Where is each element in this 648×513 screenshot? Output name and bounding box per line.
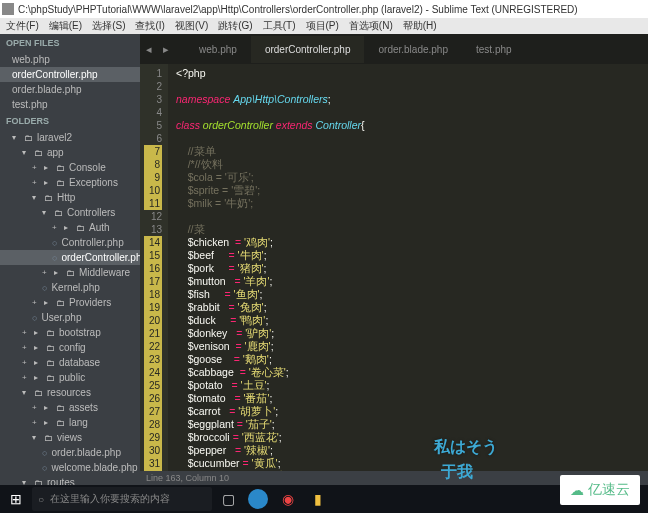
editor-tab[interactable]: web.php [185, 36, 251, 63]
editor-tab[interactable]: orderController.php [251, 36, 365, 63]
tree-folder[interactable]: +▸🗀public [0, 370, 140, 385]
menu-item[interactable]: 项目(P) [302, 19, 343, 33]
editor-tab[interactable]: order.blade.php [364, 36, 462, 63]
tree-file[interactable]: ○User.php [0, 310, 140, 325]
open-file-item[interactable]: orderController.php [0, 67, 140, 82]
tree-folder[interactable]: +▸🗀config [0, 340, 140, 355]
app-icon [2, 3, 14, 15]
tree-folder[interactable]: +▸🗀Providers [0, 295, 140, 310]
menu-item[interactable]: 编辑(E) [45, 19, 86, 33]
search-icon: ○ [38, 494, 44, 505]
tree-folder[interactable]: ▾🗀Http [0, 190, 140, 205]
menu-item[interactable]: 文件(F) [2, 19, 43, 33]
brand-logo: ☁ 亿速云 [560, 475, 640, 505]
task-view-icon[interactable]: ▢ [214, 485, 242, 513]
tree-folder[interactable]: +▸🗀Auth [0, 220, 140, 235]
menu-bar[interactable]: 文件(F)编辑(E)选择(S)查找(I)视图(V)跳转(G)工具(T)项目(P)… [0, 18, 648, 34]
watermark-text-2: 于我 [441, 462, 473, 483]
tree-folder[interactable]: +▸🗀lang [0, 415, 140, 430]
tree-folder[interactable]: ▾🗀app [0, 145, 140, 160]
tree-folder[interactable]: +▸🗀assets [0, 400, 140, 415]
tree-folder[interactable]: +▸🗀Exceptions [0, 175, 140, 190]
open-file-item[interactable]: web.php [0, 52, 140, 67]
tree-folder[interactable]: +▸🗀Console [0, 160, 140, 175]
tree-folder[interactable]: +▸🗀bootstrap [0, 325, 140, 340]
tree-folder[interactable]: ▾🗀routes [0, 475, 140, 485]
start-icon[interactable]: ⊞ [2, 485, 30, 513]
chrome-icon[interactable]: ◉ [274, 485, 302, 513]
menu-item[interactable]: 查找(I) [131, 19, 168, 33]
cloud-icon: ☁ [570, 482, 584, 498]
sidebar: OPEN FILES web.phporderController.phpord… [0, 34, 140, 485]
code-area[interactable]: 1234567891011121314151617181920212223242… [140, 64, 648, 471]
tree-file[interactable]: ○orderController.php [0, 250, 140, 265]
search-placeholder: 在这里输入你要搜索的内容 [50, 492, 170, 506]
tree-folder[interactable]: ▾🗀views [0, 430, 140, 445]
tree-file[interactable]: ○welcome.blade.php [0, 460, 140, 475]
title-bar: C:\phpStudy\PHPTutorial\WWW\laravel2\app… [0, 0, 648, 18]
menu-item[interactable]: 工具(T) [259, 19, 300, 33]
menu-item[interactable]: 首选项(N) [345, 19, 397, 33]
tree-folder[interactable]: +▸🗀Middleware [0, 265, 140, 280]
menu-item[interactable]: 视图(V) [171, 19, 212, 33]
cortana-icon[interactable] [248, 489, 268, 509]
folders-header: FOLDERS [0, 112, 140, 130]
window-title: C:\phpStudy\PHPTutorial\WWW\laravel2\app… [18, 4, 578, 15]
code-content[interactable]: <?php namespace App\Http\Controllers; cl… [168, 64, 648, 471]
menu-item[interactable]: 跳转(G) [214, 19, 256, 33]
file-icon[interactable]: ▮ [304, 485, 332, 513]
editor-tab[interactable]: test.php [462, 36, 526, 63]
tree-file[interactable]: ○Controller.php [0, 235, 140, 250]
tree-folder[interactable]: +▸🗀database [0, 355, 140, 370]
tree-folder[interactable]: ▾🗀laravel2 [0, 130, 140, 145]
tree-folder[interactable]: ▾🗀Controllers [0, 205, 140, 220]
open-file-item[interactable]: test.php [0, 97, 140, 112]
open-file-item[interactable]: order.blade.php [0, 82, 140, 97]
tree-file[interactable]: ○order.blade.php [0, 445, 140, 460]
watermark-text-1: 私はそう [434, 437, 498, 458]
menu-item[interactable]: 帮助(H) [399, 19, 441, 33]
tree-folder[interactable]: ▾🗀resources [0, 385, 140, 400]
tab-nav-arrows[interactable]: ◂ ▸ [146, 43, 173, 56]
tab-bar: ◂ ▸ web.phporderController.phporder.blad… [140, 34, 648, 64]
open-files-header: OPEN FILES [0, 34, 140, 52]
taskbar-search[interactable]: ○ 在这里输入你要搜索的内容 [32, 487, 212, 511]
editor-pane: ◂ ▸ web.phporderController.phporder.blad… [140, 34, 648, 485]
taskbar[interactable]: ⊞ ○ 在这里输入你要搜索的内容 ▢ ◉ ▮ [0, 485, 648, 513]
line-gutter: 1234567891011121314151617181920212223242… [140, 64, 168, 471]
menu-item[interactable]: 选择(S) [88, 19, 129, 33]
tree-file[interactable]: ○Kernel.php [0, 280, 140, 295]
